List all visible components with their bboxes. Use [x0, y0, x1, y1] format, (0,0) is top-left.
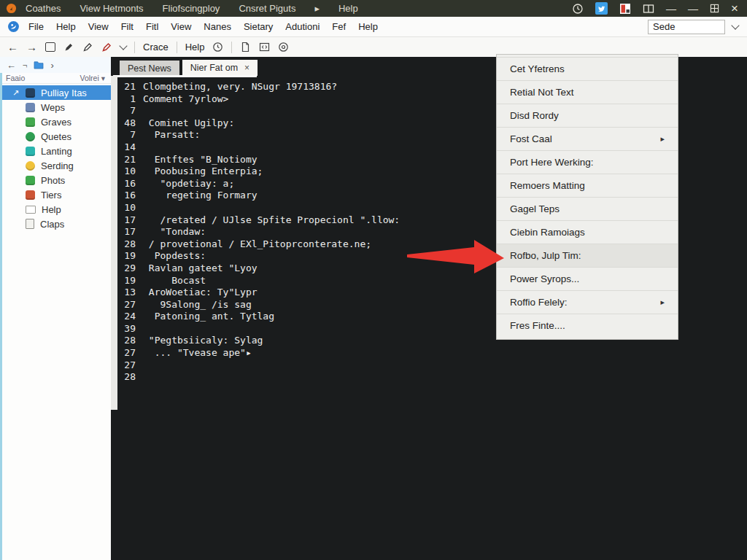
code-line: 27 ... "Tvease ape"▸: [118, 347, 400, 359]
list-item[interactable]: Graves: [0, 114, 111, 129]
list-item[interactable]: Phots: [0, 173, 111, 187]
minimize-icon[interactable]: —: [666, 4, 676, 14]
menu-item[interactable]: Port Here Werking: ▸: [497, 150, 678, 174]
back-icon[interactable]: ←: [7, 60, 16, 71]
up-right-arrow-icon: ↗: [12, 88, 19, 98]
back-icon[interactable]: ←: [7, 41, 18, 53]
menu-item[interactable]: Disd Rordy ▸: [497, 104, 678, 127]
pen-outline-icon[interactable]: [82, 42, 93, 52]
clock-icon[interactable]: [212, 42, 223, 52]
menu-item[interactable]: Cet Yfetrens ▸: [497, 57, 678, 80]
list-item[interactable]: Help: [0, 202, 111, 217]
clock-icon[interactable]: [572, 3, 584, 15]
search-input[interactable]: [648, 20, 725, 34]
titlebar-menu-item[interactable]: ▸: [314, 3, 320, 14]
folder-icon[interactable]: [34, 61, 44, 69]
line-text: Ravlan gateet "Lyoy: [143, 262, 258, 275]
line-number: 24: [118, 311, 136, 323]
minimize2-icon[interactable]: —: [688, 4, 698, 14]
app-icon: [6, 3, 17, 14]
list-item[interactable]: ↗ Pulliay Itas: [0, 85, 111, 100]
line-number: 27: [118, 299, 136, 311]
menu-item[interactable]: Power Syrops... ▸: [497, 267, 678, 290]
tab[interactable]: Pest News ×: [120, 61, 179, 76]
undo-icon[interactable]: ¬: [23, 61, 27, 69]
bird-badge-icon[interactable]: [595, 2, 608, 15]
line-number: 7: [118, 105, 136, 117]
menubar-menu-item[interactable]: Sietary: [244, 21, 273, 32]
split-window-icon[interactable]: [643, 3, 654, 15]
list-item[interactable]: Weps: [0, 100, 111, 114]
crace-button[interactable]: Crace: [143, 42, 169, 52]
document-icon[interactable]: [240, 42, 251, 52]
annotation-arrow: [403, 238, 507, 276]
titlebar-menu-item[interactable]: Fliofscingploy: [163, 3, 220, 14]
menu-item[interactable]: Roffio Felely: ▸: [497, 290, 678, 314]
code-box-icon[interactable]: [259, 42, 270, 52]
menubar-menu-item[interactable]: Adutioni: [285, 21, 320, 32]
code-line: 28 "Pegtbsiicaly: Sylag: [118, 335, 400, 347]
line-text: Patoning_ ant. Tytlag: [143, 311, 274, 323]
sidebar: ← ¬ › Faaio Volrei ▾ ↗ Pulliay Itas: [0, 57, 112, 560]
menu-item[interactable]: Ciebin Ramoiags ▸: [497, 220, 678, 244]
chevron-down-icon[interactable]: [119, 42, 127, 50]
menubar-menu-item[interactable]: Help: [56, 21, 76, 32]
forward-icon[interactable]: →: [26, 41, 37, 53]
line-text: "opdetiay: a;: [143, 178, 234, 190]
menu-item[interactable]: Remoers Matting ▸: [497, 174, 678, 197]
menu-item[interactable]: Gagel Teps ▸: [497, 197, 678, 220]
tree-item-label: Weps: [41, 102, 65, 113]
sidebar-header-sort[interactable]: Volrei: [80, 74, 98, 82]
menubar-menu-item[interactable]: File: [28, 21, 44, 32]
code-line: 1 Comment 7yrlow>: [118, 93, 400, 106]
menu-item[interactable]: Fres Finte.... ▸: [497, 314, 678, 337]
line-number: 28: [118, 238, 136, 251]
line-number: 19: [118, 275, 136, 287]
close-icon[interactable]: ×: [731, 2, 738, 15]
menubar-menu-item[interactable]: View: [88, 21, 109, 32]
code-line: 14: [118, 141, 400, 154]
list-item[interactable]: Lanting: [0, 144, 111, 158]
red-pen-icon[interactable]: [101, 42, 112, 52]
menubar-menu-item[interactable]: Nanes: [204, 21, 231, 32]
menubar-menu-item[interactable]: View: [171, 21, 191, 32]
menubar-menu-item[interactable]: Help: [358, 21, 378, 32]
line-number: 10: [118, 202, 136, 214]
flag-icon: [26, 88, 35, 98]
scrollbar[interactable]: [111, 76, 117, 410]
menubar-menu-item[interactable]: Fitl: [146, 21, 158, 32]
pen-icon[interactable]: [63, 42, 74, 52]
target-icon[interactable]: [278, 42, 289, 52]
menu-item-label: Gagel Teps: [510, 203, 560, 214]
chevron-down-icon[interactable]: [731, 21, 739, 29]
menubar-items: File Help View Filt Fitl View Nanes Siet…: [28, 21, 378, 32]
tab[interactable]: Nier Fat om ×: [182, 60, 258, 76]
close-icon[interactable]: ×: [244, 63, 249, 73]
menu-item[interactable]: Fost Caal ▸: [497, 127, 678, 150]
list-item[interactable]: Serding: [0, 158, 111, 173]
window-frame-icon[interactable]: [45, 42, 55, 52]
list-item[interactable]: Quetes: [0, 129, 111, 144]
folder-outline-icon: [26, 206, 36, 214]
chevron-right-icon[interactable]: ›: [50, 60, 53, 71]
list-item[interactable]: Claps: [0, 217, 111, 231]
code-line: 28 / provetional / EXl_Pitoprconterate.n…: [118, 238, 400, 251]
titlebar-menu-item[interactable]: View Hetmonts: [80, 3, 143, 14]
menubar-menu-item[interactable]: Filt: [121, 21, 133, 32]
tab-label: Pest News: [128, 63, 171, 74]
titlebar-menus: Coathes View Hetmonts Fliofscingploy Cns…: [26, 3, 358, 14]
menu-item[interactable]: Rofbo, Julp Tim: ▸: [497, 244, 678, 267]
titlebar-menu-item[interactable]: Coathes: [26, 3, 61, 14]
menu-item[interactable]: Retial Not Text ▸: [497, 80, 678, 104]
restore-window-icon[interactable]: [710, 4, 719, 13]
help-button[interactable]: Help: [185, 42, 205, 52]
titlebar-menu-item[interactable]: Cnsret Piguts: [239, 3, 295, 14]
titlebar-menu-item[interactable]: Help: [338, 3, 358, 14]
code-line: 7: [118, 105, 400, 117]
list-item[interactable]: Tiers: [0, 187, 111, 202]
code-line: 19 Popdests:: [118, 250, 400, 262]
code-area[interactable]: 21 Clomgbeting, very. NSugr 19713816? 1 …: [118, 81, 400, 384]
notebook-icon[interactable]: [619, 3, 631, 15]
menubar-menu-item[interactable]: Fef: [332, 21, 346, 32]
submenu-arrow-icon: ▸: [660, 298, 665, 307]
